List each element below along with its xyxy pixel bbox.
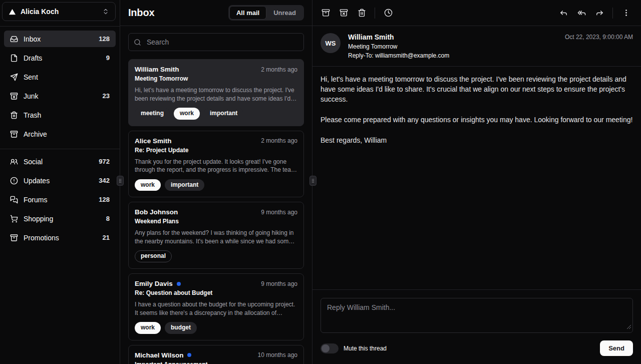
email-tags: personal [135,250,297,262]
panel-resize-handle[interactable] [309,176,316,186]
archive-icon [10,234,18,242]
reply-input[interactable] [320,298,633,333]
toggle-knob [322,344,330,352]
sidebar-item-drafts[interactable]: Drafts 9 [4,50,116,66]
sidebar-item-label: Updates [24,177,50,185]
clock-icon [384,9,393,17]
trash-button[interactable] [353,4,371,22]
sidebar-item-junk[interactable]: Junk 23 [4,88,116,104]
archive-button[interactable] [316,4,335,22]
sidebar-item-trash[interactable]: Trash [4,107,116,123]
mail-list-pane: Inbox All mailUnread William Smith 2 mon… [120,0,312,364]
email-list-item[interactable]: Alice Smith 2 months ago Re: Project Upd… [128,131,304,198]
forward-icon [595,9,604,17]
email-subject: Re: Project Update [135,147,297,154]
users-icon [10,158,18,166]
toolbar-separator [375,8,375,19]
sidebar-item-promotions[interactable]: Promotions 21 [4,229,116,246]
sidebar-item-social[interactable]: Social 972 [4,153,116,170]
tag-badge-work: work [174,108,200,120]
more-vertical-button[interactable] [617,4,635,22]
email-time: 9 months ago [261,280,297,287]
reply-all-button[interactable] [572,4,590,22]
sidebar-item-label: Forums [24,196,47,204]
sidebar-item-archive[interactable]: Archive [4,126,116,142]
tag-badge-work: work [135,322,161,334]
tab-unread[interactable]: Unread [266,6,303,20]
sidebar-item-count: 342 [99,177,110,184]
archive-x-button[interactable] [335,4,353,22]
email-time: 2 months ago [261,137,297,144]
email-tags: meetingworkimportant [135,108,297,120]
sidebar-item-count: 21 [103,234,110,241]
mail-toolbar [312,0,641,26]
sidebar-item-label: Shopping [24,215,53,223]
email-preview: Thank you for the project update. It loo… [135,158,297,174]
account-switcher[interactable]: Alicia Koch [2,2,116,21]
trash-icon [10,111,18,119]
email-sender-name: Michael Wilson [135,351,183,359]
reply-footer: Mute this thread Send [320,340,633,356]
email-list-item[interactable]: Bob Johnson 9 months ago Weekend Plans A… [128,202,304,269]
sidebar-item-inbox[interactable]: Inbox 128 [4,31,116,47]
sidebar-item-updates[interactable]: Updates 342 [4,172,116,189]
account-name: Alicia Koch [21,8,59,16]
search-input[interactable] [146,38,298,47]
tag-badge-meeting: meeting [135,108,170,120]
search-box[interactable] [128,33,304,51]
email-sender-name: William Smith [135,66,179,73]
inbox-icon [10,35,18,43]
sidebar-item-count: 128 [99,196,110,203]
sidebar-nav-secondary: Social 972 Updates 342 Forums 128 Shoppi… [0,149,120,252]
email-subject: Important Announcement [135,361,297,364]
tab-all-mail[interactable]: All mail [229,6,266,20]
sidebar-item-count: 23 [103,92,110,100]
mail-subject: Meeting Tomorrow [348,43,449,50]
mail-app: Alicia Koch Inbox 128 Drafts 9 Sent Junk… [0,0,641,364]
avatar: WS [320,33,341,53]
forward-button[interactable] [590,4,608,22]
shopping-cart-icon [10,215,18,223]
clock-button[interactable] [379,4,397,22]
more-vertical-icon [622,9,630,17]
sidebar-item-forums[interactable]: Forums 128 [4,191,116,208]
reply-button[interactable] [554,4,572,22]
email-subject: Meeting Tomorrow [135,75,297,82]
sidebar-item-label: Promotions [24,234,59,242]
mail-detail-pane: WS William Smith Meeting Tomorrow Reply-… [312,0,641,364]
send-button[interactable]: Send [600,340,633,356]
sidebar-item-sent[interactable]: Sent [4,69,116,85]
sidebar-item-label: Junk [24,92,39,100]
grip-vertical-icon [118,178,123,184]
email-time: 9 months ago [261,209,297,216]
unread-dot [177,282,181,286]
mail-date: Oct 22, 2023, 9:00:00 AM [565,34,633,41]
toolbar-separator [612,8,613,19]
page-title: Inbox [128,7,154,19]
email-list-item[interactable]: Michael Wilson 10 months ago Important A… [128,345,304,364]
email-list-item[interactable]: Emily Davis 9 months ago Re: Question ab… [128,273,304,340]
sender-info: William Smith Meeting Tomorrow Reply-To:… [348,33,449,59]
trash-icon [358,9,366,17]
toolbar-right-group [554,4,635,22]
mail-body-paragraph: Best regards, William [320,136,633,146]
mail-header: WS William Smith Meeting Tomorrow Reply-… [312,26,641,67]
tag-badge-important: important [165,179,204,191]
sidebar-item-label: Inbox [24,35,41,43]
reply-area: Mute this thread Send [312,289,641,364]
search-icon [134,39,141,46]
sidebar-item-shopping[interactable]: Shopping 8 [4,210,116,227]
email-preview: Any plans for the weekend? I was thinkin… [135,229,297,245]
unread-dot [187,353,191,357]
triangle-logo-icon [9,8,16,16]
email-subject: Weekend Plans [135,218,297,225]
email-list: William Smith 2 months ago Meeting Tomor… [120,58,312,364]
sidebar: Alicia Koch Inbox 128 Drafts 9 Sent Junk… [0,0,120,364]
panel-resize-handle[interactable] [117,176,124,186]
search-area [120,26,312,58]
tag-badge-work: work [135,179,161,191]
sidebar-item-count: 8 [106,215,110,222]
mute-thread-toggle[interactable] [320,343,339,353]
email-list-item[interactable]: William Smith 2 months ago Meeting Tomor… [128,59,304,126]
mail-body: Hi, let's have a meeting tomorrow to dis… [312,67,641,289]
